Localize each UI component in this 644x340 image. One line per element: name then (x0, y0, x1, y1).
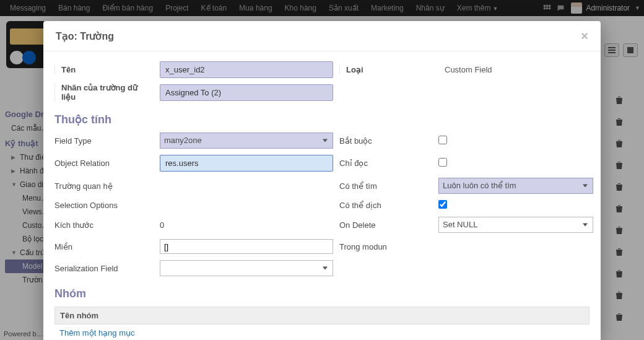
modal-header: Tạo: Trường × (43, 21, 601, 51)
close-icon[interactable]: × (581, 30, 588, 42)
add-group-link[interactable]: Thêm một hạng mục (54, 325, 590, 340)
modal-body: Tên Loại Custom Field Nhãn của trường dữ… (43, 51, 601, 340)
objectrelation-input[interactable] (160, 155, 333, 172)
label-serialization: Serialization Field (54, 264, 154, 273)
serialization-select[interactable] (160, 260, 333, 276)
label-size: Kích thước (54, 220, 154, 230)
domain-input[interactable] (160, 239, 333, 254)
label-domain: Miền (54, 242, 154, 251)
label-searchable: Có thể tìm (339, 181, 432, 191)
label-required: Bắt buộc (339, 136, 432, 146)
groups-table-header: Tên nhóm (54, 307, 590, 325)
label-translatable: Có thể dịch (339, 201, 432, 210)
readonly-checkbox[interactable] (438, 158, 447, 167)
label-fieldlabel: Nhãn của trường dữ liệu (54, 83, 154, 102)
label-readonly: Chỉ đọc (339, 159, 432, 168)
label-type: Loại (339, 65, 432, 74)
required-checkbox[interactable] (438, 136, 447, 144)
label-seloptions: Selection Options (54, 201, 154, 210)
label-name: Tên (54, 65, 154, 74)
fieldlabel-input[interactable] (160, 84, 333, 101)
searchable-select[interactable]: Luôn luôn có thể tìm (438, 178, 593, 194)
label-relationfield: Trường quan hệ (54, 181, 154, 191)
label-fieldtype: Field Type (54, 136, 154, 146)
type-value: Custom Field (438, 63, 590, 77)
label-objectrelation: Object Relation (54, 159, 154, 168)
label-inmodule: Trong modun (339, 242, 432, 251)
modal-title: Tạo: Trường (56, 30, 581, 42)
section-groups: Nhóm (54, 287, 590, 300)
section-properties: Thuộc tính (54, 113, 590, 126)
name-input[interactable] (160, 61, 333, 78)
create-field-modal: Tạo: Trường × Tên Loại Custom Field Nhãn… (43, 21, 601, 340)
fieldtype-select[interactable]: many2one (160, 133, 333, 149)
label-ondelete: On Delete (339, 220, 432, 230)
size-value: 0 (160, 220, 333, 230)
translatable-checkbox[interactable] (438, 200, 447, 209)
ondelete-select[interactable]: Set NULL (438, 217, 593, 233)
